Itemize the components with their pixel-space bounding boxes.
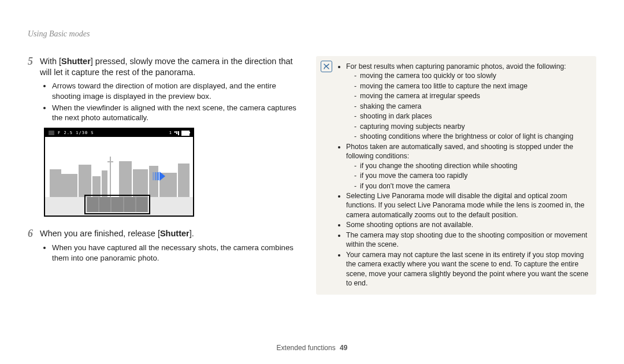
tip-list: For best results when capturing panorami… — [338, 62, 589, 288]
mode-icon — [49, 131, 54, 135]
step-5-bullets: Arrows toward the direction of motion ar… — [44, 81, 302, 123]
tip-subitem: shaking the camera — [354, 102, 589, 111]
bullet-item: When the viewfinder is aligned with the … — [52, 103, 302, 124]
tip-subitem: capturing moving subjects nearby — [354, 122, 589, 131]
tip-subitem: moving the camera too little to capture … — [354, 81, 589, 91]
exposure-readout: F 2.5 1/30 S — [58, 131, 94, 136]
bullet-item: When you have captured all the necessary… — [52, 243, 302, 263]
page-number: 49 — [340, 344, 347, 352]
step-text: With [Shutter] pressed, slowly move the … — [40, 56, 302, 79]
tip-item: The camera may stop shooting due to the … — [346, 231, 589, 250]
tip-sublist: if you change the shooting direction whi… — [346, 161, 589, 191]
preview-scene — [45, 137, 193, 216]
preview-status-left: F 2.5 1/30 S — [49, 131, 94, 136]
tip-subitem: shooting in dark places — [354, 112, 589, 121]
tip-subitem: if you change the shooting direction whi… — [354, 161, 589, 170]
left-column: 5 With [Shutter] pressed, slowly move th… — [28, 56, 302, 295]
tip-subitem: moving the camera at irregular speeds — [354, 91, 589, 101]
step-number: 5 — [28, 55, 33, 79]
note-icon — [321, 61, 332, 72]
page: Using Basic modes 5 With [Shutter] press… — [0, 0, 624, 295]
content-columns: 5 With [Shutter] pressed, slowly move th… — [28, 56, 596, 295]
step-number: 6 — [28, 228, 33, 240]
step-text-pre: With [ — [40, 57, 61, 66]
section-header: Using Basic modes — [28, 29, 596, 40]
tip-subitem: if you move the camera too rapidly — [354, 171, 589, 180]
tip-subitem: moving the camera too quickly or too slo… — [354, 71, 589, 80]
step-6-bullets: When you have captured all the necessary… — [44, 243, 302, 263]
bullet-item: Arrows toward the direction of motion ar… — [52, 81, 302, 102]
tip-item: For best results when capturing panorami… — [346, 62, 589, 142]
direction-arrow-icon — [153, 172, 165, 181]
preview-status-bar: F 2.5 1/30 S 1 — [45, 129, 193, 137]
tip-text: For best results when capturing panorami… — [346, 62, 566, 70]
page-footer: Extended functions 49 — [0, 343, 624, 352]
right-column: For best results when capturing panorami… — [316, 56, 596, 295]
step-text-pre: When you are finished, release [ — [40, 229, 160, 238]
tip-subitem: if you don't move the camera — [354, 181, 589, 191]
step-text-post: ]. — [190, 229, 194, 238]
shutter-label: Shutter — [61, 57, 91, 66]
camera-preview: F 2.5 1/30 S 1 — [44, 128, 194, 217]
battery-icon — [181, 131, 190, 136]
tip-item: Your camera may not capture the last sce… — [346, 250, 589, 288]
preview-status-right: 1 — [169, 131, 190, 136]
footer-section: Extended functions — [277, 344, 336, 352]
shutter-label: Shutter — [160, 229, 190, 238]
step-text: When you are finished, release [Shutter]… — [40, 228, 194, 240]
capture-frame — [84, 195, 150, 214]
tip-item: Some shooting options are not available. — [346, 220, 589, 229]
tip-item: Selecting Live Panorama mode will disabl… — [346, 191, 589, 220]
tip-box: For best results when capturing panorami… — [316, 56, 596, 295]
tip-text: Photos taken are automatically saved, an… — [346, 143, 573, 160]
tip-sublist: moving the camera too quickly or too slo… — [346, 71, 589, 141]
step-5: 5 With [Shutter] pressed, slowly move th… — [28, 56, 302, 79]
shot-count: 1 — [169, 131, 172, 136]
tip-subitem: shooting conditions where the brightness… — [354, 132, 589, 141]
tip-item: Photos taken are automatically saved, an… — [346, 142, 589, 191]
step-6: 6 When you are finished, release [Shutte… — [28, 228, 302, 240]
signal-icon — [174, 131, 179, 135]
